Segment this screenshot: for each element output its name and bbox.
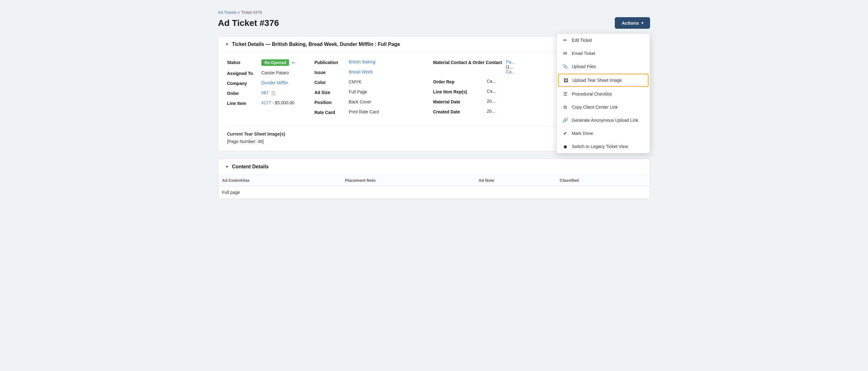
line-item-link[interactable]: #177 [261,100,271,105]
copy-client-center-label: Copy Client Center Link [572,104,618,110]
order-value: #87 📋 [261,90,276,95]
rate-card-row: Rate Card Print Rate Card [314,109,423,115]
cell-classified [556,186,650,199]
dropdown-item-email-ticket[interactable]: ✉Email Ticket [557,47,650,60]
copy-client-center-icon: ⧉ [562,104,568,110]
publication-value: British Baking [349,59,376,64]
breadcrumb-separator: » [238,10,240,15]
procedural-checklist-label: Procedural Checklist [572,92,612,96]
issue-row: Issue Bread Week [314,69,423,75]
company-value: Dunder Mifflin [261,80,288,85]
switch-legacy-label: Switch to Legacy Ticket View [572,144,628,149]
procedural-checklist-icon: ☰ [562,91,568,97]
mark-done-label: Mark Done [572,131,593,136]
position-label: Position [314,99,349,105]
col-placement-note: Placement Note [341,175,474,186]
dropdown-item-generate-upload-link[interactable]: 🔗Generate Anonymous Upload Link [557,114,650,127]
page-title: Ad Ticket #376 [218,18,279,28]
company-link[interactable]: Dunder Mifflin [261,80,288,85]
company-label: Company [227,80,261,86]
line-item-reps-value: Ca... [487,89,496,94]
switch-legacy-icon: ⏺ [562,144,568,149]
edit-ticket-label: Edit Ticket [572,38,592,43]
dropdown-item-switch-legacy[interactable]: ⏺Switch to Legacy Ticket View [557,140,650,153]
chevron-down-icon: ▾ [641,21,643,25]
position-row: Position Back Cover [314,99,423,105]
line-item-label: Line Item [227,100,261,106]
table-row: Full page [218,186,650,199]
material-contact-label: Material Contact & Order Contact [433,59,502,65]
issue-value: Bread Week [349,69,373,74]
cell-placement_note [341,186,474,199]
dropdown-item-mark-done[interactable]: ✔Mark Done [557,127,650,140]
material-date-label: Material Date [433,99,483,104]
generate-upload-link-icon: 🔗 [562,117,568,123]
order-rep-label: Order Rep [433,79,483,84]
upload-files-label: Upload Files [572,64,596,69]
status-badge: Re-Opened [261,59,289,66]
dropdown-item-procedural-checklist[interactable]: ☰Procedural Checklist [557,87,650,100]
breadcrumb-current: Ticket #376 [241,10,262,15]
rate-card-label: Rate Card [314,109,349,115]
publication-row: Publication British Baking [314,59,423,65]
created-date-label: Created Date [433,109,483,114]
dropdown-item-copy-client-center[interactable]: ⧉Copy Client Center Link [557,100,650,114]
line-item-reps-label: Line Item Rep(s) [433,89,483,94]
material-date-value: 20... [487,99,495,104]
ad-size-value: Full Page [349,89,367,94]
order-icon: 📋 [271,91,276,95]
color-row: Color CMYK [314,79,423,85]
color-label: Color [314,79,349,85]
breadcrumb-parent-link[interactable]: Ad Tickets [218,10,237,15]
issue-link[interactable]: Bread Week [349,69,373,74]
generate-upload-link-label: Generate Anonymous Upload Link [572,118,638,123]
mark-done-icon: ✔ [562,130,568,136]
publication-label: Publication [314,59,349,65]
dropdown-item-edit-ticket[interactable]: ✏Edit Ticket [557,34,650,47]
order-label: Order [227,90,261,96]
col-classified: Classified [556,175,650,186]
actions-button[interactable]: Actions ▾ [615,17,650,29]
status-row: Status Re-Opened ✏ [227,59,304,66]
rate-card-value: Print Rate Card [349,109,379,114]
material-contact-value: Pa... (1... Ca... [506,59,515,74]
color-value: CMYK [349,79,361,84]
issue-label: Issue [314,69,349,75]
content-details-table: Ad Code/Alias Placement Note Ad Note Cla… [218,175,650,199]
material-contact-link[interactable]: Pa... [506,59,515,64]
line-item-value: #177 - $5,000.00 [261,100,294,105]
content-details-header-title: Content Details [232,164,269,169]
actions-button-label: Actions [622,20,639,26]
content-details-card-body: Ad Code/Alias Placement Note Ad Note Cla… [218,175,650,199]
upload-tear-sheet-icon: 🖼 [563,78,568,83]
status-edit-icon[interactable]: ✏ [291,60,296,65]
order-link[interactable]: #87 [261,90,269,95]
email-ticket-icon: ✉ [562,51,568,56]
order-rep-value: Ca... [487,79,496,84]
col-ad-note: Ad Note [475,175,556,186]
assigned-to-value: Cassie Pataro [261,70,289,75]
edit-ticket-icon: ✏ [562,37,568,43]
collapse-arrow-icon[interactable]: ▼ [225,42,229,47]
content-details-card: ▼ Content Details Ad Code/Alias Placemen… [218,159,650,199]
company-row: Company Dunder Mifflin [227,80,304,86]
dropdown-item-upload-files[interactable]: 📎Upload Files [557,60,650,73]
assigned-to-row: Assigned To Cassie Pataro [227,70,304,76]
status-label: Status [227,59,261,65]
ticket-details-mid-col: Publication British Baking Issue Bread W… [314,59,433,119]
line-item-row: Line Item #177 - $5,000.00 [227,100,304,106]
cell-ad_code: Full page [218,186,341,199]
cell-ad_note [475,186,556,199]
content-details-card-header: ▼ Content Details [218,159,650,175]
created-date-value: 20... [487,109,495,114]
order-contact-link[interactable]: Ca... [506,69,515,74]
page-header: Ad Ticket #376 Actions ▾ ✏Edit Ticket✉Em… [218,17,650,29]
col-ad-code: Ad Code/Alias [218,175,341,186]
dropdown-item-upload-tear-sheet[interactable]: 🖼Upload Tear Sheet Image [558,74,649,87]
status-value-row: Re-Opened ✏ [261,59,296,66]
ticket-details-header-title: Ticket Details — British Baking, Bread W… [232,41,400,47]
assigned-to-label: Assigned To [227,70,261,76]
publication-link[interactable]: British Baking [349,59,376,64]
content-collapse-arrow-icon[interactable]: ▼ [225,164,229,169]
upload-files-icon: 📎 [562,64,568,69]
